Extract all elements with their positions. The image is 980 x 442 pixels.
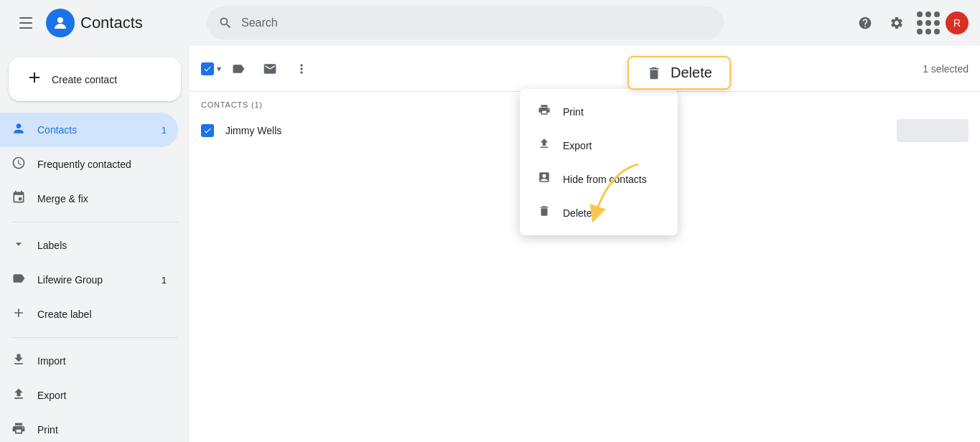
plus-icon <box>26 69 43 90</box>
select-all-group: ▾ <box>201 62 221 75</box>
sidebar-contacts-badge: 1 <box>162 125 167 136</box>
import-icon <box>11 352 26 370</box>
sidebar-labels-section[interactable]: Labels <box>0 228 190 263</box>
header-left: Contacts <box>11 9 201 37</box>
sidebar-lifewire-badge: 1 <box>162 275 167 286</box>
app-logo-icon <box>46 9 75 37</box>
search-icon <box>218 16 233 30</box>
sidebar-merge-fix-label: Merge & fix <box>37 193 88 204</box>
sidebar-frequently-contacted-label: Frequently contacted <box>37 159 131 170</box>
frequently-contacted-icon <box>11 156 26 174</box>
apps-button[interactable] <box>914 9 943 37</box>
print-label: Print <box>37 424 58 436</box>
send-email-button[interactable] <box>256 55 284 83</box>
search-placeholder: Search <box>241 17 278 29</box>
create-label-label: Create label <box>37 309 92 320</box>
export-icon <box>11 387 26 405</box>
app-logo[interactable]: Contacts <box>46 9 143 37</box>
hamburger-menu-button[interactable] <box>11 9 40 37</box>
sidebar-labels-label: Labels <box>37 240 67 251</box>
svg-point-0 <box>57 17 63 23</box>
sidebar-item-print[interactable]: Print <box>0 413 178 442</box>
sidebar-lifewire-label: Lifewire Group <box>37 274 103 286</box>
print-icon <box>11 421 26 439</box>
delete-highlight-icon <box>646 65 662 81</box>
sidebar-item-export[interactable]: Export <box>0 378 178 413</box>
dropdown-print-icon <box>537 103 551 120</box>
app-header: Contacts Search R <box>0 0 980 46</box>
sidebar-item-lifewire-group[interactable]: Lifewire Group 1 <box>0 263 178 297</box>
dropdown-print-label: Print <box>563 106 584 118</box>
user-avatar[interactable]: R <box>946 11 969 34</box>
sidebar-item-import[interactable]: Import <box>0 344 178 378</box>
select-all-checkbox[interactable] <box>201 62 214 75</box>
select-dropdown-arrow[interactable]: ▾ <box>217 64 221 74</box>
selected-count: 1 selected <box>923 63 969 75</box>
contact-name: Jimmy Wells <box>225 125 550 136</box>
sidebar-item-frequently-contacted[interactable]: Frequently contacted <box>0 147 178 182</box>
sidebar-divider-2 <box>11 337 178 338</box>
contacts-icon <box>11 121 26 139</box>
sidebar-item-merge-fix[interactable]: Merge & fix <box>0 182 178 216</box>
dropdown-delete-icon <box>537 204 551 221</box>
label-icon <box>11 271 26 289</box>
sidebar-contacts-label: Contacts <box>37 124 77 136</box>
delete-highlight-callout: Delete <box>627 56 731 90</box>
create-contact-label: Create contact <box>52 74 117 85</box>
sidebar-create-label-button[interactable]: Create label <box>0 297 178 332</box>
delete-highlight-label: Delete <box>671 65 712 81</box>
sidebar-item-contacts[interactable]: Contacts 1 <box>0 113 178 147</box>
create-contact-button[interactable]: Create contact <box>9 57 181 101</box>
create-label-icon <box>11 306 26 324</box>
contact-actions-placeholder <box>897 119 969 142</box>
dropdown-print-item[interactable]: Print <box>520 95 678 128</box>
label-button[interactable] <box>224 55 253 83</box>
google-apps-icon <box>917 11 940 34</box>
dropdown-hide-icon <box>537 171 551 187</box>
main-layout: Create contact Contacts 1 Frequently con… <box>0 46 980 442</box>
settings-button[interactable] <box>882 9 911 37</box>
help-button[interactable] <box>851 9 879 37</box>
import-label: Import <box>37 355 66 367</box>
more-options-button[interactable] <box>287 55 316 83</box>
collapse-icon <box>11 237 26 255</box>
toolbar: ▾ 1 selected Print <box>190 46 980 92</box>
search-bar[interactable]: Search <box>207 6 724 39</box>
export-label: Export <box>37 390 66 401</box>
arrow-annotation <box>581 157 653 229</box>
dropdown-export-label: Export <box>563 140 592 151</box>
sidebar-divider-1 <box>11 222 178 222</box>
header-right: R <box>851 9 969 37</box>
sidebar: Create contact Contacts 1 Frequently con… <box>0 46 190 442</box>
content-area: ▾ 1 selected Print <box>190 46 980 442</box>
app-title: Contacts <box>80 14 143 32</box>
contact-checkbox[interactable] <box>201 124 214 137</box>
merge-fix-icon <box>11 190 26 208</box>
dropdown-export-icon <box>537 137 551 154</box>
